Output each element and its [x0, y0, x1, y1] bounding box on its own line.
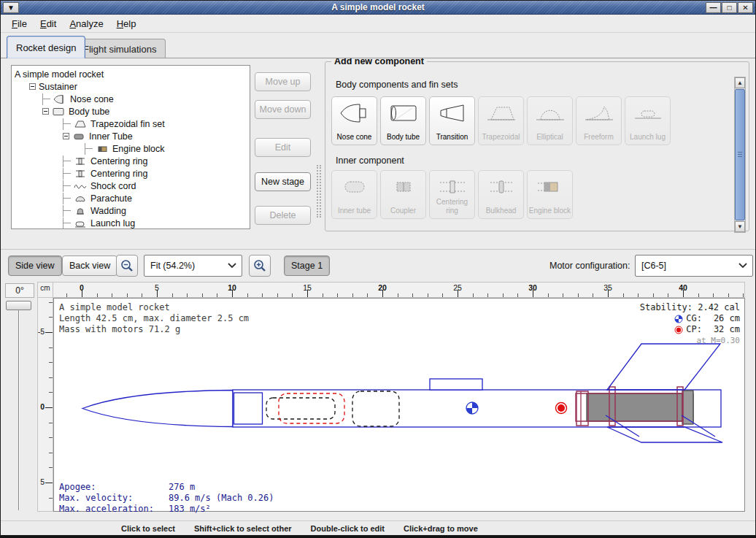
mach-condition: at M=0.30: [696, 335, 740, 346]
fin-set-icon: [74, 119, 87, 129]
tree-item-engine-block[interactable]: Engine block: [12, 142, 250, 155]
zoom-out-button[interactable]: [116, 255, 138, 277]
coupler-icon: [387, 176, 420, 198]
zoom-level-select[interactable]: Fit (54.2%): [144, 255, 242, 277]
inner-tube-icon: [72, 131, 85, 142]
magnifier-minus-icon: [120, 258, 134, 273]
chevron-down-icon: [223, 263, 242, 269]
body-tube-icon: [52, 107, 65, 117]
menu-bar: File Edit Analyze Help: [1, 15, 755, 33]
tab-flight-simulations[interactable]: Flight simulations: [74, 39, 166, 58]
tree-item-nose-cone[interactable]: Nose cone: [12, 93, 250, 105]
tree-item-inner-tube[interactable]: Inner Tube: [12, 130, 250, 142]
maximize-button[interactable]: □: [722, 2, 737, 13]
status-bar: Click to select Shift+click to select ot…: [1, 520, 755, 535]
scroll-down-icon[interactable]: ▼: [735, 221, 745, 232]
flight-summary: Apogee:276 m Max. velocity:89.6 m/s (Mac…: [59, 482, 274, 515]
tree-item-centering-ring-2[interactable]: Centering ring: [12, 167, 250, 180]
edit-button[interactable]: Edit: [255, 138, 311, 157]
tab-rocket-design[interactable]: Rocket design: [7, 36, 85, 58]
add-new-component-group: Add new component Body components and fi…: [325, 61, 749, 231]
collapse-icon[interactable]: [42, 108, 49, 115]
add-elliptical-fin-button[interactable]: Elliptical: [527, 96, 573, 145]
ruler-unit-label: cm: [37, 282, 53, 298]
rotation-angle-value: 0°: [5, 283, 34, 298]
tree-item-sustainer[interactable]: Sustainer: [12, 80, 250, 93]
delete-button[interactable]: Delete: [255, 206, 311, 225]
acceleration-value: 183 m/s²: [169, 504, 274, 515]
stage-1-toggle[interactable]: Stage 1: [284, 255, 330, 276]
move-down-button[interactable]: Move down: [255, 100, 311, 119]
menu-analyze[interactable]: Analyze: [63, 16, 109, 31]
add-inner-tube-button[interactable]: Inner tube: [331, 170, 377, 219]
collapse-icon[interactable]: [29, 83, 36, 90]
menu-edit[interactable]: Edit: [34, 16, 63, 31]
add-trapezoidal-fin-button[interactable]: Trapezoidal: [478, 96, 524, 145]
centering-ring-icon: [74, 169, 87, 179]
rocket-canvas[interactable]: A simple model rocket Length 42.5 cm, ma…: [53, 298, 745, 512]
tree-item-shock-cord[interactable]: Shock cord: [12, 180, 250, 192]
scroll-up-icon[interactable]: ▲: [735, 77, 745, 88]
motor-configuration-select[interactable]: [C6-5]: [635, 255, 753, 277]
apogee-value: 276 m: [169, 482, 274, 493]
body-components-label: Body components and fin sets: [336, 80, 458, 90]
add-transition-button[interactable]: Transition: [429, 96, 475, 145]
tree-item-fin-set[interactable]: Trapezoidal fin set: [12, 118, 250, 130]
cp-icon: [674, 326, 683, 334]
add-launch-lug-button[interactable]: Launch lug: [625, 96, 671, 145]
stability-value: Stability: 2.42 cal: [640, 302, 740, 313]
scrollbar-thumb[interactable]: [735, 89, 745, 220]
add-centering-ring-button[interactable]: Centering ring: [429, 170, 475, 219]
move-up-button[interactable]: Move up: [255, 72, 311, 91]
title-bar[interactable]: ▼ A simple model rocket — □ ✕: [1, 1, 755, 15]
add-body-tube-button[interactable]: Body tube: [380, 96, 426, 145]
close-button[interactable]: ✕: [738, 2, 753, 13]
tree-item-centering-ring-1[interactable]: Centering ring: [12, 155, 250, 167]
tree-connector: [63, 155, 72, 167]
rotation-slider-thumb[interactable]: [6, 301, 31, 310]
tree-item-body-tube[interactable]: Body tube: [12, 105, 250, 118]
new-stage-button[interactable]: New stage: [255, 172, 311, 191]
centering-ring-icon: [74, 156, 87, 166]
elliptical-fin-icon: [534, 102, 566, 124]
menu-help[interactable]: Help: [110, 16, 143, 31]
minimize-button[interactable]: —: [706, 2, 721, 13]
chevron-down-icon: [733, 263, 752, 269]
tree-item-wadding[interactable]: Wadding: [12, 204, 250, 217]
add-coupler-button[interactable]: Coupler: [380, 170, 426, 219]
bulkhead-icon: [485, 176, 517, 198]
trapezoidal-fin-icon: [485, 102, 517, 124]
cg-value: 26 cm: [705, 313, 740, 324]
add-engine-block-button[interactable]: Engine block: [527, 170, 573, 219]
inner-component-label: Inner component: [336, 155, 404, 166]
wadding-icon: [74, 206, 87, 216]
launch-lug-icon: [74, 218, 87, 228]
tree-connector: [63, 118, 72, 130]
magnifier-plus-icon: [252, 258, 267, 273]
tree-connector: [63, 193, 72, 204]
tree-item-parachute[interactable]: Parachute: [12, 192, 250, 204]
component-tree: A simple model rocket Sustainer Nose con…: [11, 65, 250, 229]
freeform-fin-icon: [583, 102, 615, 124]
component-panel-scrollbar[interactable]: ▲ ▼: [734, 77, 746, 233]
tree-connector: [63, 205, 72, 217]
transition-icon: [436, 102, 468, 124]
side-view-button[interactable]: Side view: [8, 255, 62, 276]
motor-configuration-label: Motor configuration:: [549, 261, 630, 271]
tree-connector: [63, 218, 72, 229]
shock-cord-icon: [74, 181, 87, 191]
split-drag-handle[interactable]: [317, 165, 321, 218]
menu-file[interactable]: File: [5, 16, 34, 31]
rotation-slider-track[interactable]: [18, 304, 20, 510]
stability-info: Stability: 2.42 cal CG: 26 cm CP: 32 cm …: [640, 302, 740, 346]
vertical-ruler: -5 0 5: [37, 298, 53, 512]
tree-item-launch-lug[interactable]: Launch lug: [12, 217, 250, 229]
add-nose-cone-button[interactable]: Nose cone: [331, 96, 377, 145]
tree-item-rocket[interactable]: A simple model rocket: [12, 68, 250, 80]
back-view-button[interactable]: Back view: [62, 255, 117, 276]
zoom-in-button[interactable]: [249, 255, 271, 277]
nose-cone-icon: [339, 102, 371, 124]
add-freeform-fin-button[interactable]: Freeform: [576, 96, 622, 145]
add-bulkhead-button[interactable]: Bulkhead: [478, 170, 524, 219]
collapse-icon[interactable]: [63, 133, 69, 139]
